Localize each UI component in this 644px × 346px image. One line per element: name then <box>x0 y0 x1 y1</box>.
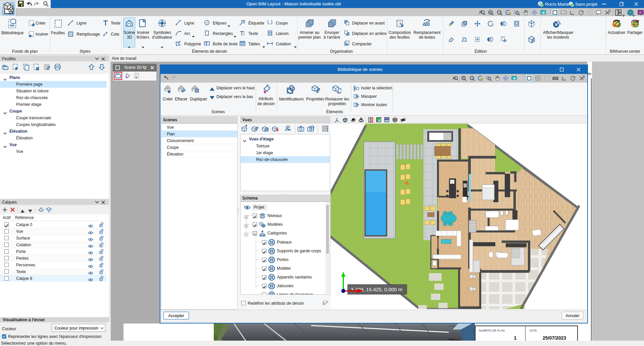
svg-text:×2: ×2 <box>498 11 501 14</box>
svg-text:1.00: 1.00 <box>562 11 565 13</box>
svg-text:×2: ×2 <box>471 77 474 80</box>
svg-text:?: ? <box>639 11 641 14</box>
svg-text:S: S <box>271 20 273 22</box>
svg-text:S: S <box>267 20 269 22</box>
